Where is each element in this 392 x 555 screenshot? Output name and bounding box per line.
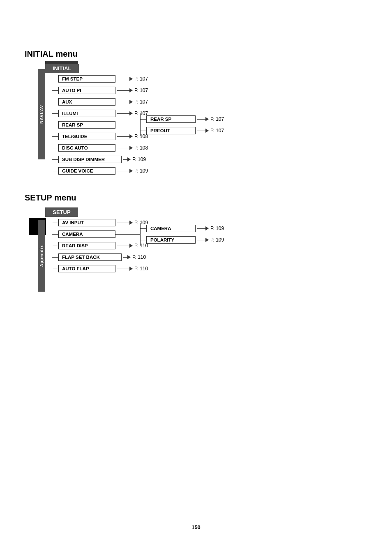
arrow-icon xyxy=(129,267,133,271)
h-connector xyxy=(115,234,140,235)
arrow-icon xyxy=(129,244,133,248)
connector xyxy=(117,79,129,79)
setup-item-auto-flap: AUTO FLAP P. 110 xyxy=(52,263,224,274)
setup-menu-tree: SETUP AV INPUT P. 109 xyxy=(45,207,367,274)
sub-item-rear-sp: REAR SP P. 107 xyxy=(141,113,224,125)
initial-item-rear-sp: REAR SP xyxy=(52,119,224,131)
connector xyxy=(117,171,129,171)
arrow-icon xyxy=(129,134,133,138)
page-number: 150 xyxy=(191,524,201,530)
connector xyxy=(117,102,129,102)
h-connector xyxy=(115,125,140,125)
setup-header-box: SETUP xyxy=(45,207,78,217)
arrow-icon xyxy=(205,117,209,121)
initial-menu-tree: INITIAL FM STEP P. 107 xyxy=(45,64,367,177)
initial-items-list: FM STEP P. 107 AUTO PI P. 1 xyxy=(52,73,224,177)
connector xyxy=(117,90,129,91)
setup-items-list: AV INPUT P. 109 CAMERA xyxy=(52,217,224,274)
setup-section-title: SETUP menu xyxy=(25,193,367,203)
arrow-icon xyxy=(129,88,133,92)
initial-item-auto-pi: AUTO PI P. 107 xyxy=(52,85,224,96)
connector xyxy=(117,246,129,246)
arrow-icon xyxy=(127,157,131,161)
connector xyxy=(123,257,127,258)
arrow-icon xyxy=(129,146,133,150)
initial-item-guide-voice: GUIDE VOICE P. 109 xyxy=(52,165,224,177)
setup-item-flap-set-back: FLAP SET BACK P. 110 xyxy=(52,251,224,263)
arrow-icon xyxy=(129,100,133,104)
arrow-icon xyxy=(129,169,133,173)
initial-item-aux: AUX P. 107 xyxy=(52,96,224,108)
connector xyxy=(117,136,129,137)
initial-header-box: INITIAL xyxy=(45,64,79,73)
initial-section-title: INITIAL menu xyxy=(25,49,367,59)
initial-item-sub-disp-dimmer: SUB DISP DIMMER P. 109 xyxy=(52,154,224,165)
initial-item-fm-step: FM STEP P. 107 xyxy=(52,73,224,85)
setup-menu-section: SETUP menu SETUP AV INPUT P. 109 xyxy=(25,193,367,274)
arrow-icon xyxy=(127,255,131,259)
initial-item-tel-guide: TEL/GUIDE P. 108 xyxy=(52,131,224,142)
arrow-icon xyxy=(129,77,133,81)
initial-menu-section: INITIAL menu INITIAL FM STEP P. 107 xyxy=(25,49,367,177)
initial-item-disc-auto: DISC AUTO P. 108 xyxy=(52,142,224,154)
connector xyxy=(123,159,127,160)
setup-item-camera: CAMERA xyxy=(52,228,224,240)
sub-item-camera: CAMERA P. 109 xyxy=(141,223,224,234)
setup-item-rear-disp: REAR DISP P. 110 xyxy=(52,240,224,251)
connector xyxy=(117,269,129,269)
arrow-icon xyxy=(205,226,209,230)
connector xyxy=(117,148,129,148)
